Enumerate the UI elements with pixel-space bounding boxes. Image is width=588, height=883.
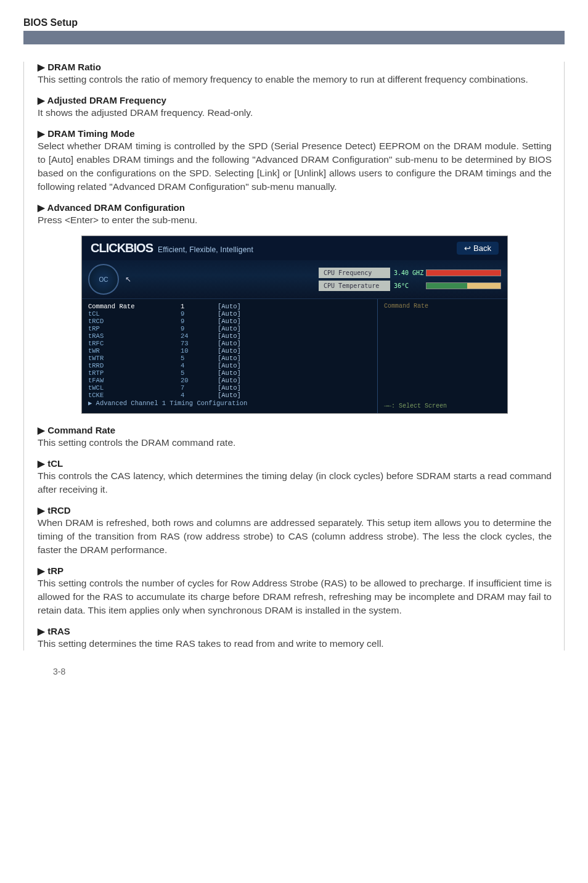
text-tras: This setting determines the time RAS tak… <box>38 637 552 651</box>
cpu-freq-label: CPU Frequency <box>319 268 390 278</box>
cpu-freq-bar <box>426 269 501 276</box>
bios-help-label: Command Rate <box>384 303 501 310</box>
text-adjusted-dram-freq: It shows the adjusted DRAM frequency. Re… <box>38 106 552 120</box>
page-number: 3-8 <box>23 667 565 676</box>
text-tcl: This controls the CAS latency, which det… <box>38 469 552 496</box>
text-dram-timing-mode: Select whether DRAM timing is controlled… <box>38 139 552 194</box>
bios-row[interactable]: tCL9[Auto] <box>88 310 371 318</box>
bios-advanced-channel-row[interactable]: ▶ Advanced Channel 1 Timing Configuratio… <box>88 399 371 407</box>
section-trcd: ▶ tRCD <box>38 505 552 516</box>
section-dram-ratio: ▶ DRAM Ratio <box>38 62 552 73</box>
text-dram-ratio: This setting controls the ratio of memor… <box>38 73 552 86</box>
back-button[interactable]: ↩ Back <box>457 242 499 255</box>
section-adjusted-dram-freq: ▶ Adjusted DRAM Frequency <box>38 95 552 106</box>
section-command-rate: ▶ Command Rate <box>38 425 552 436</box>
section-trp: ▶ tRP <box>38 565 552 577</box>
page-header: BIOS Setup <box>23 17 565 31</box>
bios-row[interactable]: tRRD4[Auto] <box>88 362 371 369</box>
bios-nav-hint: →←: Select Screen <box>384 403 501 409</box>
header-divider <box>23 31 565 44</box>
bios-row[interactable]: tRP9[Auto] <box>88 325 371 332</box>
bios-screenshot: CLICKBIOS Efficient, Flexible, Intellige… <box>81 236 508 414</box>
cpu-temp-label: CPU Temperature <box>319 281 390 291</box>
section-adv-dram-config: ▶ Advanced DRAM Configuration <box>38 202 552 213</box>
bios-row[interactable]: tRAS24[Auto] <box>88 332 371 340</box>
back-button-label: Back <box>473 244 491 253</box>
bios-row[interactable]: tRTP5[Auto] <box>88 369 371 377</box>
cpu-freq-value: 3.40 GHZ <box>394 269 426 276</box>
cursor-icon: ↖ <box>125 275 131 284</box>
bios-row[interactable]: tCKE4[Auto] <box>88 392 371 399</box>
text-command-rate: This setting controls the DRAM command r… <box>38 436 552 450</box>
cpu-temp-bar <box>426 282 501 289</box>
bios-row[interactable]: tWR10[Auto] <box>88 347 371 355</box>
bios-logo: CLICKBIOS <box>91 241 153 255</box>
section-dram-timing-mode: ▶ DRAM Timing Mode <box>38 128 552 139</box>
bios-tagline: Efficient, Flexible, Intelligent <box>158 245 253 254</box>
text-adv-dram-config: Press <Enter> to enter the sub-menu. <box>38 213 552 227</box>
text-trcd: When DRAM is refreshed, both rows and co… <box>38 516 552 557</box>
bios-row[interactable]: tRCD9[Auto] <box>88 318 371 325</box>
bios-settings-list: Command Rate1[Auto]tCL9[Auto]tRCD9[Auto]… <box>82 299 377 413</box>
section-tras: ▶ tRAS <box>38 626 552 637</box>
bios-row[interactable]: tWCL7[Auto] <box>88 384 371 392</box>
bios-row[interactable]: tWTR5[Auto] <box>88 355 371 362</box>
bios-row[interactable]: tRFC73[Auto] <box>88 340 371 347</box>
text-trp: This setting controls the number of cycl… <box>38 577 552 617</box>
cpu-temp-value: 36°C <box>394 282 426 289</box>
bios-row[interactable]: Command Rate1[Auto] <box>88 303 371 310</box>
back-arrow-icon: ↩ <box>464 244 471 253</box>
oc-dial[interactable]: OC <box>88 264 119 295</box>
bios-row[interactable]: tFAW20[Auto] <box>88 377 371 384</box>
section-tcl: ▶ tCL <box>38 458 552 469</box>
